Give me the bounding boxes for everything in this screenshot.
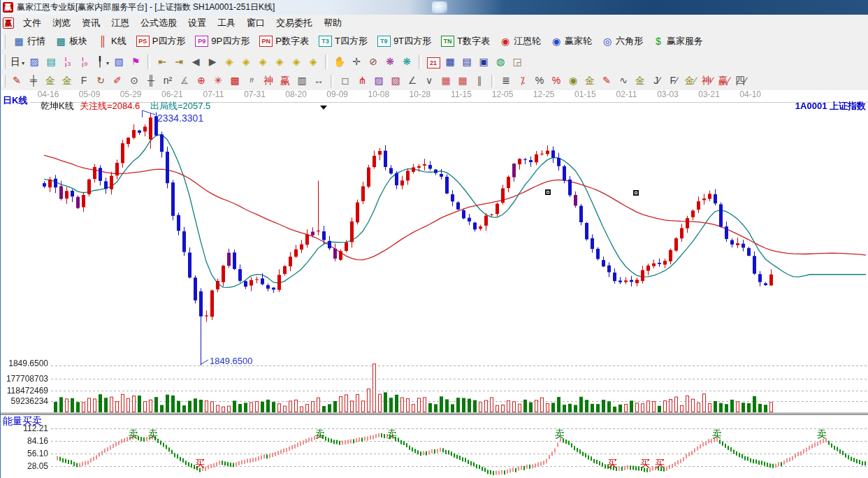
tool-box-hatch-icon[interactable]: ▧ bbox=[388, 73, 403, 89]
tool-gold-circle-icon[interactable]: ◉ bbox=[565, 73, 581, 89]
tool-si-angle-icon[interactable]: 四∕ bbox=[733, 73, 748, 89]
t-table-button[interactable]: TNT数字表 bbox=[436, 33, 495, 50]
tool-percent7-icon[interactable]: ⁒ bbox=[515, 73, 530, 89]
crosshair-icon[interactable]: ✛ bbox=[349, 55, 364, 70]
9p-square-button[interactable]: P99P四方形 bbox=[190, 33, 254, 50]
next-bar-icon[interactable]: ▶ bbox=[205, 55, 220, 70]
tool-win-angle-icon[interactable]: 赢∕ bbox=[716, 73, 732, 89]
tool-j-angle-icon[interactable]: J∕ bbox=[649, 73, 665, 89]
tool-pen3-icon[interactable]: ✎ bbox=[599, 73, 614, 89]
tool-gold-line2-icon: 金 bbox=[635, 75, 646, 86]
panel-splitter[interactable] bbox=[1, 412, 868, 415]
web-doc-icon[interactable]: ◍ bbox=[493, 55, 508, 70]
winner-service-button[interactable]: $赢家服务 bbox=[648, 33, 708, 50]
mind-teal-icon[interactable]: ❋ bbox=[399, 55, 414, 70]
zone-icon[interactable]: ▨ bbox=[27, 55, 42, 70]
diamond-cross-icon[interactable]: ◈ bbox=[305, 55, 321, 70]
tool-grid-red2-icon[interactable]: ▦ bbox=[455, 73, 470, 89]
menu-item-5[interactable]: 设置 bbox=[182, 15, 212, 30]
user-doc-icon[interactable]: ◲ bbox=[509, 55, 525, 70]
menu-item-0[interactable]: 文件 bbox=[17, 15, 47, 30]
tool-web-icon[interactable]: ✳ bbox=[210, 73, 226, 89]
hexagon-button[interactable]: ◎六角形 bbox=[597, 33, 648, 50]
erase-pointer-icon[interactable]: ⊘ bbox=[366, 55, 381, 70]
kline-chart-canvas[interactable] bbox=[1, 90, 868, 478]
tool-grid2-icon[interactable]: ╫ bbox=[143, 73, 159, 89]
title-bar[interactable]: 赢 赢家江恩专业版[赢家内部服务平台] - [上证指数 SH1A0001-251… bbox=[1, 0, 868, 15]
diamond-left-icon[interactable]: ◈ bbox=[222, 55, 237, 70]
tool-ruler-icon[interactable]: ▥ bbox=[294, 73, 310, 89]
menu-logo-icon[interactable]: 赢 bbox=[3, 17, 14, 29]
tool-shen-grid-icon[interactable]: 神 bbox=[261, 73, 276, 89]
tool-gold-line2-icon[interactable]: 金 bbox=[632, 73, 648, 89]
tool-n2-icon[interactable]: n² bbox=[160, 73, 175, 89]
tool-percent-red-icon[interactable]: % bbox=[549, 73, 564, 89]
menu-item-2[interactable]: 资讯 bbox=[76, 15, 106, 30]
candle-period-icon[interactable]: ╿▾ bbox=[94, 55, 110, 70]
first-bar-icon[interactable]: ⇤ bbox=[154, 55, 170, 70]
menu-item-8[interactable]: 交易委托 bbox=[270, 15, 318, 30]
t-square-button[interactable]: T3T四方形 bbox=[314, 33, 372, 50]
vol-profile-icon[interactable]: ⚑ bbox=[128, 55, 143, 70]
sector-button[interactable]: ▩板块 bbox=[50, 33, 92, 50]
mind-purple-icon[interactable]: ❋ bbox=[382, 55, 398, 70]
quote-button[interactable]: ▦行情 bbox=[8, 33, 50, 50]
tool-fan-box-icon[interactable]: ▨ bbox=[371, 73, 386, 89]
notepad-icon[interactable]: ▤ bbox=[459, 55, 475, 70]
tool-percent-icon[interactable]: % bbox=[532, 73, 547, 89]
gann-grid-icon[interactable]: ▧ bbox=[111, 55, 126, 70]
p-table-button[interactable]: PNP数字表 bbox=[254, 33, 314, 50]
tool-gold-grid1-icon[interactable]: 金 bbox=[43, 73, 58, 89]
hand-icon[interactable]: ✋ bbox=[332, 55, 347, 70]
menu-item-4[interactable]: 公式选股 bbox=[135, 15, 182, 30]
tool-gold-angle-icon[interactable]: 金∕ bbox=[683, 73, 698, 89]
tool-scale-icon[interactable]: ≣ bbox=[498, 73, 514, 89]
tool-gold-line-icon[interactable]: 金 bbox=[582, 73, 598, 89]
tool-box-select-icon[interactable]: ◻ bbox=[338, 73, 353, 89]
9t-square-button[interactable]: T99T四方形 bbox=[372, 33, 436, 50]
bars-9-icon[interactable]: ¦₉ bbox=[77, 55, 92, 70]
menu-item-1[interactable]: 浏览 bbox=[47, 15, 76, 30]
tool-lines3-icon[interactable]: ∥ bbox=[472, 73, 487, 89]
tool-spiral-icon[interactable]: ↻ bbox=[93, 73, 108, 89]
tool-compass-icon[interactable]: ⊙ bbox=[126, 73, 142, 89]
menu-item-9[interactable]: 帮助 bbox=[318, 15, 347, 30]
tool-grid-red-icon[interactable]: ▦ bbox=[438, 73, 454, 89]
bars-3-icon[interactable]: ¦₃ bbox=[60, 55, 75, 70]
info-icon[interactable]: ▤ bbox=[43, 55, 59, 70]
tool-web-box-icon[interactable]: ▩ bbox=[227, 73, 243, 89]
tool-f-angle-icon[interactable]: F∕ bbox=[666, 73, 681, 89]
diamond-expand-icon[interactable]: ◈ bbox=[255, 55, 270, 70]
tool-pen-icon[interactable]: ✎ bbox=[9, 73, 24, 89]
tool-span-icon[interactable]: ↔ bbox=[311, 73, 326, 89]
diamond-right-icon[interactable]: ◈ bbox=[238, 55, 254, 70]
tool-f-grid-icon[interactable]: F bbox=[76, 73, 92, 89]
gann-wheel-button[interactable]: ◉江恩轮 bbox=[495, 33, 546, 50]
diamond-star-icon[interactable]: ◈ bbox=[289, 55, 304, 70]
calculator-icon[interactable]: ▦ bbox=[442, 55, 458, 70]
tool-grid-icon[interactable]: ╪ bbox=[26, 73, 41, 89]
kline-button[interactable]: ║K线 bbox=[92, 33, 131, 50]
tool-wave-icon[interactable]: ∿ bbox=[616, 73, 631, 89]
tool-shen-angle-icon[interactable]: 神∕ bbox=[700, 73, 715, 89]
tool-pen2-icon[interactable]: ✐ bbox=[110, 73, 125, 89]
tool-check-line-icon[interactable]: ∨ bbox=[421, 73, 437, 89]
tool-fan-icon[interactable]: ⋔ bbox=[354, 73, 370, 89]
calendar-icon[interactable]: 21 bbox=[426, 55, 441, 70]
tool-angle-line-icon[interactable]: ∠ bbox=[405, 73, 420, 89]
tool-angle-mirror-icon[interactable]: ∡ bbox=[177, 73, 192, 89]
p-square-button[interactable]: PSP四方形 bbox=[131, 33, 191, 50]
diamond-collapse-icon[interactable]: ◈ bbox=[272, 55, 287, 70]
last-bar-icon[interactable]: ⇥ bbox=[171, 55, 187, 70]
menu-item-6[interactable]: 工具 bbox=[212, 15, 241, 30]
prev-bar-icon[interactable]: ◀ bbox=[188, 55, 203, 70]
winner-wheel-button[interactable]: ◉赢家轮 bbox=[546, 33, 597, 50]
period-day-icon[interactable]: 日▾ bbox=[9, 55, 25, 70]
tool-win-grid-icon[interactable]: 赢 bbox=[277, 73, 293, 89]
menu-item-7[interactable]: 窗口 bbox=[241, 15, 270, 30]
tool-target-icon[interactable]: ⊕ bbox=[194, 73, 209, 89]
tool-quote-mark-icon[interactable]: 〃 bbox=[244, 73, 259, 89]
save-icon[interactable]: ▣ bbox=[476, 55, 491, 70]
tool-gold-grid2-icon[interactable]: 金 bbox=[59, 73, 75, 89]
menu-item-3[interactable]: 江恩 bbox=[106, 15, 135, 30]
